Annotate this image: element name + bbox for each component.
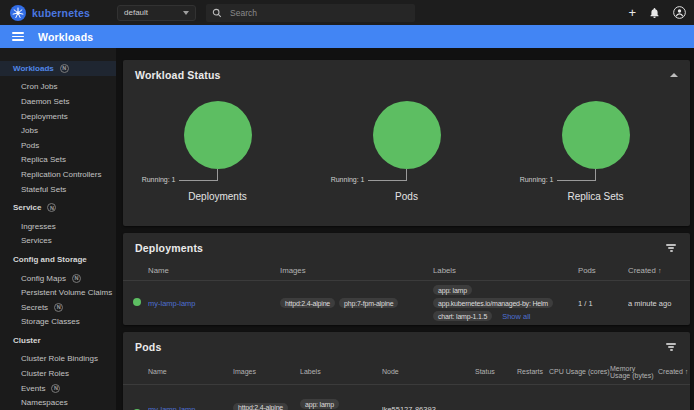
column-header-restarts[interactable]: Restarts	[517, 368, 549, 375]
sidebar-item-jobs[interactable]: Jobs	[0, 123, 116, 138]
show-all-link[interactable]: Show all	[502, 312, 530, 321]
pods-title: Pods	[135, 341, 161, 353]
workload-status-title: Workload Status	[135, 69, 221, 81]
column-header-images[interactable]: Images	[280, 266, 433, 275]
sidebar-item-cluster-role-bindings[interactable]: Cluster Role Bindings	[0, 352, 116, 367]
sidebar-item-cluster[interactable]: Cluster	[0, 333, 116, 348]
column-header-pods[interactable]: Pods	[578, 266, 628, 275]
sidebar-item-events[interactable]: EventsN	[0, 381, 116, 396]
namespaced-badge-icon: N	[47, 203, 56, 212]
search-box	[206, 4, 415, 22]
image-chip: php:7-fpm-alpine	[339, 298, 398, 308]
chevron-down-icon	[183, 11, 189, 15]
table-row: my-lamp-lamp httpd:2.4-alpine php:7-fpm-…	[123, 281, 690, 325]
sidebar-item-secrets[interactable]: SecretsN	[0, 300, 116, 315]
sidebar-item-stateful-sets[interactable]: Stateful Sets	[0, 182, 116, 197]
column-header-name[interactable]: Name	[148, 368, 233, 375]
sidebar-item-replication-controllers[interactable]: Replication Controllers	[0, 167, 116, 182]
namespaced-badge-icon: N	[72, 274, 81, 283]
workload-status-card: Workload Status Running: 1 Deployments R…	[123, 60, 690, 226]
brand-name: kubernetes	[32, 7, 90, 19]
sidebar-item-workloads[interactable]: WorkloadsN	[0, 61, 116, 76]
column-header-cpu[interactable]: CPU Usage (cores)	[549, 368, 610, 375]
sidebar-item-cron-jobs[interactable]: Cron Jobs	[0, 80, 116, 95]
filter-icon[interactable]	[664, 242, 678, 253]
kubernetes-logo-icon	[10, 5, 26, 21]
column-header-labels[interactable]: Labels	[433, 266, 578, 275]
column-header-memory[interactable]: Memory Usage (bytes)	[610, 365, 658, 379]
column-header-node[interactable]: Node	[382, 368, 475, 375]
filter-icon[interactable]	[664, 341, 678, 352]
search-input[interactable]	[230, 8, 380, 18]
pie-running-slice	[562, 101, 630, 169]
label-chip: app: lamp	[300, 399, 339, 409]
column-header-images[interactable]: Images	[233, 368, 300, 375]
sidebar-item-cluster-roles[interactable]: Cluster Roles	[0, 366, 116, 381]
image-chip: httpd:2.4-alpine	[280, 298, 335, 308]
callout-line	[179, 169, 218, 181]
column-header-labels[interactable]: Labels	[300, 368, 382, 375]
sidebar-item-config-maps[interactable]: Config MapsN	[0, 271, 116, 286]
sidebar-item-ingresses[interactable]: Ingresses	[0, 219, 116, 234]
callout-line	[368, 169, 407, 181]
top-app-bar: kubernetes default +	[0, 0, 694, 25]
create-resource-button[interactable]: +	[628, 8, 636, 18]
sidebar-item-daemon-sets[interactable]: Daemon Sets	[0, 94, 116, 109]
status-ok-dot-icon	[133, 298, 141, 306]
sidebar-item-replica-sets[interactable]: Replica Sets	[0, 153, 116, 168]
pods-table-header: Name Images Labels Node Status Restarts …	[123, 359, 690, 385]
kubernetes-dashboard: kubernetes default +	[0, 0, 694, 410]
sidebar-item-pods[interactable]: Pods	[0, 138, 116, 153]
label-chip: chart: lamp-1.1.5	[433, 311, 492, 321]
page-title-bar: Workloads	[0, 25, 694, 48]
label-chip: app.kubernetes.io/managed-by: Helm	[433, 298, 553, 308]
column-header-created[interactable]: Created ↑	[628, 266, 682, 275]
sidebar-item-config-and-storage[interactable]: Config and Storage	[0, 252, 116, 267]
user-account-icon[interactable]	[673, 6, 686, 19]
sidebar-nav: WorkloadsN Cron Jobs Daemon Sets Deploym…	[0, 48, 116, 410]
table-row: my-lamp-lamp-5fd985cf68-jwvz4 httpd:2.4-…	[123, 385, 690, 410]
sort-ascending-icon: ↑	[685, 368, 689, 375]
label-chip: app: lamp	[433, 285, 472, 295]
pie-callout-label: Running: 1	[142, 176, 176, 183]
namespace-selector[interactable]: default	[117, 5, 196, 21]
deployments-pie-chart: Running: 1 Deployments	[123, 101, 312, 202]
deployments-table-header: Name Images Labels Pods Created ↑	[123, 260, 690, 281]
callout-line	[557, 169, 596, 181]
namespaced-badge-icon: N	[60, 64, 69, 73]
namespace-selected-value: default	[124, 8, 183, 17]
sidebar-item-deployments[interactable]: Deployments	[0, 109, 116, 124]
chart-title: Deployments	[188, 191, 246, 202]
notifications-bell-icon[interactable]	[649, 7, 660, 19]
pod-name-link[interactable]: my-lamp-lamp-5fd985cf68-jwvz4	[148, 405, 206, 410]
sidebar-item-service[interactable]: ServiceN	[0, 200, 116, 215]
image-chip: httpd:2.4-alpine	[233, 403, 288, 410]
deployment-name-link[interactable]: my-lamp-lamp	[148, 299, 196, 308]
pods-card: Pods Name Images Labels Node Status Rest…	[123, 332, 690, 410]
column-header-status[interactable]: Status	[475, 368, 517, 375]
search-icon	[212, 8, 222, 18]
chart-title: Pods	[395, 191, 418, 202]
sidebar-item-namespaces[interactable]: Namespaces	[0, 395, 116, 410]
sort-ascending-icon: ↑	[658, 267, 662, 274]
sidebar-item-storage-classes[interactable]: Storage Classes	[0, 315, 116, 330]
namespaced-badge-icon: N	[54, 303, 63, 312]
topbar-actions: +	[628, 6, 686, 19]
pie-running-slice	[373, 101, 441, 169]
created-timestamp: a minute ago	[628, 299, 671, 308]
sidebar-item-persistent-volume-claims[interactable]: Persistent Volume ClaimsN	[0, 285, 116, 300]
sidebar-item-services[interactable]: Services	[0, 234, 116, 249]
column-header-created[interactable]: Created ↑	[658, 368, 692, 375]
collapse-card-icon[interactable]	[670, 73, 678, 77]
menu-hamburger-icon[interactable]	[12, 32, 24, 41]
pie-callout-label: Running: 1	[331, 176, 365, 183]
chart-title: Replica Sets	[567, 191, 623, 202]
pie-callout-label: Running: 1	[520, 176, 554, 183]
replica-sets-pie-chart: Running: 1 Replica Sets	[501, 101, 690, 202]
pods-pie-chart: Running: 1 Pods	[312, 101, 501, 202]
column-header-name[interactable]: Name	[148, 266, 280, 275]
pie-running-slice	[184, 101, 252, 169]
main-content: Workload Status Running: 1 Deployments R…	[116, 48, 694, 410]
deployments-card: Deployments Name Images Labels Pods Crea…	[123, 233, 690, 325]
pods-ratio: 1 / 1	[578, 299, 628, 308]
